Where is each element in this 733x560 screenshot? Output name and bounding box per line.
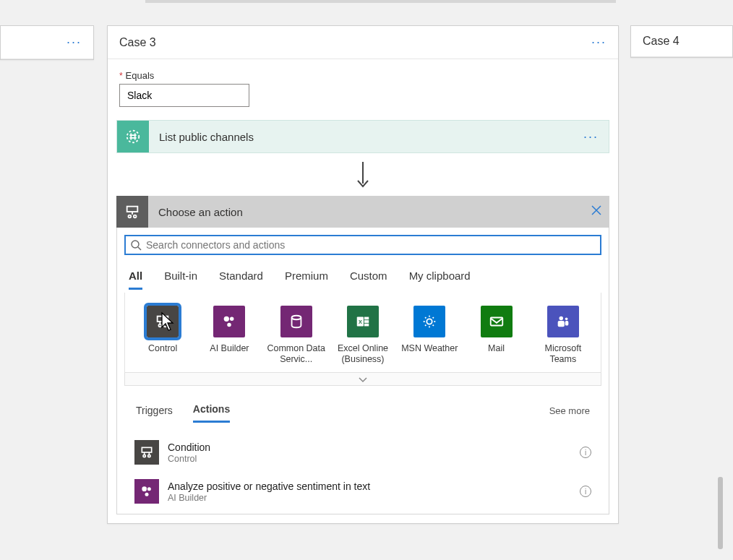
equals-input[interactable] xyxy=(119,84,249,107)
action-title: List public channels xyxy=(149,131,573,143)
choose-action-icon xyxy=(116,196,148,228)
tab-standard[interactable]: Standard xyxy=(219,265,263,290)
category-tabs: All Built-in Standard Premium Custom My … xyxy=(124,262,601,290)
flow-arrow-icon xyxy=(108,153,618,196)
aibuilder-icon xyxy=(134,479,159,504)
sub-tabs: Triggers Actions See more xyxy=(132,393,594,423)
excel-icon: X xyxy=(347,306,379,337)
action-menu-icon[interactable]: ··· xyxy=(573,129,609,145)
svg-point-28 xyxy=(145,493,149,496)
action-list: Condition Control i Analyze positive or … xyxy=(132,436,594,514)
chevron-down-icon xyxy=(358,376,368,383)
svg-point-6 xyxy=(159,324,162,327)
weather-icon xyxy=(413,306,445,337)
svg-rect-18 xyxy=(490,318,502,326)
svg-rect-15 xyxy=(364,320,369,323)
svg-point-4 xyxy=(132,241,139,248)
slack-hash-icon xyxy=(117,121,149,152)
connector-label: Microsoft Teams xyxy=(532,343,594,365)
svg-point-20 xyxy=(565,318,568,321)
equals-section: * Equals xyxy=(108,59,618,113)
teams-icon xyxy=(547,306,579,337)
case-card-3: Case 3 ··· * Equals List public channels… xyxy=(107,25,619,524)
svg-point-8 xyxy=(224,316,229,322)
svg-point-24 xyxy=(143,455,145,457)
case-3-title: Case 3 xyxy=(119,36,156,49)
equals-label: Equals xyxy=(126,70,155,81)
connector-mail[interactable]: Mail xyxy=(466,306,528,365)
svg-rect-5 xyxy=(158,316,168,322)
svg-point-26 xyxy=(142,486,147,491)
connector-aibuilder[interactable]: AI Builder xyxy=(198,306,260,365)
control-icon xyxy=(147,306,179,337)
svg-rect-1 xyxy=(127,207,138,212)
action-title: Analyze positive or negative sentiment i… xyxy=(168,481,571,492)
info-icon[interactable]: i xyxy=(580,447,591,458)
left-case-menu-icon[interactable]: ··· xyxy=(67,35,82,50)
svg-rect-22 xyxy=(565,321,569,325)
svg-point-10 xyxy=(228,323,232,327)
svg-point-19 xyxy=(559,316,563,321)
case-3-menu-icon[interactable]: ··· xyxy=(591,35,606,50)
required-asterisk-icon: * xyxy=(119,71,123,81)
action-sentiment[interactable]: Analyze positive or negative sentiment i… xyxy=(132,475,594,514)
tab-all[interactable]: All xyxy=(129,265,142,290)
action-title: Condition xyxy=(168,441,571,453)
tab-actions[interactable]: Actions xyxy=(193,399,230,423)
connector-label: AI Builder xyxy=(198,343,260,354)
tab-custom[interactable]: Custom xyxy=(350,265,387,290)
connector-cds[interactable]: Common Data Servic... xyxy=(265,306,327,365)
scrollbar-thumb[interactable] xyxy=(718,477,723,549)
svg-rect-23 xyxy=(142,447,151,452)
case-card-left: ··· xyxy=(0,25,94,60)
svg-point-9 xyxy=(230,317,234,322)
case-3-header: Case 3 ··· xyxy=(108,26,618,59)
action-picker-header: Choose an action xyxy=(116,196,609,228)
tab-triggers[interactable]: Triggers xyxy=(136,400,173,422)
svg-point-27 xyxy=(147,487,151,491)
action-subtitle: AI Builder xyxy=(168,493,571,503)
action-step-list-channels[interactable]: List public channels ··· xyxy=(116,120,609,153)
tab-clipboard[interactable]: My clipboard xyxy=(409,265,471,290)
action-condition[interactable]: Condition Control i xyxy=(132,436,594,475)
aibuilder-icon xyxy=(213,306,245,337)
svg-text:X: X xyxy=(359,319,362,325)
search-input[interactable] xyxy=(146,239,596,251)
case-4-title: Case 4 xyxy=(643,35,680,48)
connector-control[interactable]: Control xyxy=(132,306,194,365)
connector-teams[interactable]: Microsoft Teams xyxy=(532,306,594,365)
control-icon xyxy=(134,440,159,465)
search-box[interactable] xyxy=(124,235,601,255)
svg-point-0 xyxy=(127,131,140,143)
svg-point-25 xyxy=(148,455,150,457)
connector-weather[interactable]: MSN Weather xyxy=(398,306,460,365)
action-picker-title: Choose an action xyxy=(148,206,583,218)
svg-point-2 xyxy=(129,215,132,218)
svg-point-7 xyxy=(164,324,167,327)
svg-rect-14 xyxy=(364,317,369,320)
see-more-link[interactable]: See more xyxy=(549,405,590,416)
case-card-4: Case 4 xyxy=(630,25,733,58)
connector-label: Common Data Servic... xyxy=(265,343,327,365)
svg-point-17 xyxy=(427,319,432,324)
svg-point-3 xyxy=(134,215,137,218)
connector-excel[interactable]: X Excel Online (Business) xyxy=(332,306,394,365)
connector-label: Excel Online (Business) xyxy=(332,343,394,365)
connector-grid: Control AI Builder Common Data Servic.. xyxy=(124,293,601,373)
connector-label: Mail xyxy=(466,343,528,354)
mail-icon xyxy=(481,306,513,337)
connector-label: Control xyxy=(132,343,194,354)
info-icon[interactable]: i xyxy=(580,486,591,497)
search-icon xyxy=(130,239,142,251)
svg-point-11 xyxy=(291,316,301,320)
svg-rect-21 xyxy=(557,321,564,327)
svg-rect-16 xyxy=(364,324,369,327)
cds-icon xyxy=(280,306,312,337)
action-picker-body: All Built-in Standard Premium Custom My … xyxy=(116,228,609,514)
tab-premium[interactable]: Premium xyxy=(285,265,328,290)
expand-connectors-toggle[interactable] xyxy=(124,373,601,386)
actions-section: Triggers Actions See more Condition Cont… xyxy=(124,386,601,514)
tab-builtin[interactable]: Built-in xyxy=(164,265,197,290)
close-icon[interactable] xyxy=(583,204,609,220)
connector-label: MSN Weather xyxy=(398,343,460,354)
